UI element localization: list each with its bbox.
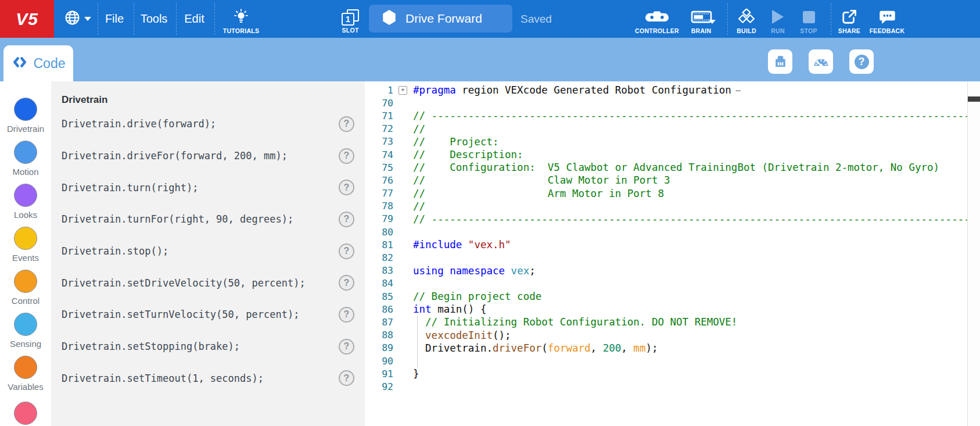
scrollbar-thumb[interactable] [968, 96, 980, 102]
help-circle-button[interactable]: ? [339, 275, 354, 291]
code-line[interactable]: 75// Configuration: V5 Clawbot or Advanc… [365, 161, 968, 174]
category-events[interactable]: Events [0, 227, 51, 263]
toolbar-divider [134, 3, 134, 35]
command-code[interactable]: Drivetrain.turn(right); [62, 182, 198, 194]
build-button[interactable]: BUILD [732, 0, 761, 40]
code-line[interactable]: 82 [365, 251, 968, 264]
slot-button[interactable]: 1 SLOT [337, 0, 364, 40]
command-row[interactable]: Drivetrain.setStopping(brake); ? [51, 331, 365, 363]
category-dot[interactable] [14, 227, 37, 250]
category-motion[interactable]: Motion [0, 141, 51, 177]
category-dot[interactable] [14, 356, 37, 379]
code-line[interactable]: 81#include "vex.h" [365, 238, 968, 251]
code-line[interactable]: 92 [365, 380, 968, 393]
code-line[interactable]: 89 Drivetrain.driveFor(forward, 200, mm)… [365, 342, 968, 355]
dashboard-button[interactable] [809, 49, 833, 74]
command-row[interactable]: Drivetrain.setTimeout(1, seconds); ? [51, 363, 365, 395]
category-variables[interactable]: Variables [0, 356, 51, 392]
command-row[interactable]: Drivetrain.setDriveVelocity(50, percent)… [51, 267, 365, 299]
brain-button[interactable]: BRAIN [683, 0, 719, 40]
category-dot[interactable] [14, 141, 37, 164]
command-code[interactable]: Drivetrain.drive(forward); [62, 118, 216, 130]
code-line[interactable]: 79// -----------------------------------… [365, 213, 968, 225]
code-line[interactable]: 73// Project: [365, 135, 968, 148]
command-code[interactable]: Drivetrain.setTimeout(1, seconds); [62, 373, 264, 384]
code-line[interactable]: 70 [365, 96, 968, 109]
menu-tools[interactable]: Tools [135, 0, 173, 38]
command-code[interactable]: Drivetrain.stop(); [62, 245, 168, 257]
category-more[interactable] [0, 402, 51, 426]
command-panel-title: Drivetrain [51, 92, 365, 108]
code-line[interactable]: 84 [365, 277, 968, 290]
code-line[interactable]: 86int main() { [365, 303, 968, 316]
code-line[interactable]: 72// [365, 123, 968, 135]
code-editor[interactable]: 1+#pragma region VEXcode Generated Robot… [365, 81, 980, 426]
folded-region-ellipsis[interactable]: ⋯ [735, 85, 741, 96]
device-info-button[interactable] [768, 49, 792, 74]
command-row[interactable]: Drivetrain.stop(); ? [51, 235, 365, 267]
code-line[interactable]: 87 // Initializing Robot Configuration. … [365, 316, 968, 328]
code-line[interactable]: 74// Description: [365, 148, 968, 161]
help-circle-button[interactable]: ? [339, 244, 354, 259]
category-control[interactable]: Control [0, 270, 51, 306]
code-text: // Project: [413, 136, 499, 148]
help-circle-button[interactable]: ? [339, 212, 354, 227]
controller-icon [645, 8, 669, 26]
category-dot[interactable] [14, 98, 37, 121]
command-row[interactable]: Drivetrain.drive(forward); ? [51, 108, 365, 140]
code-line[interactable]: 77// Arm Motor in Port 8 [365, 187, 968, 200]
category-looks[interactable]: Looks [0, 184, 51, 220]
help-circle-button[interactable]: ? [339, 307, 354, 323]
gauge-icon [813, 53, 830, 70]
category-dot[interactable] [14, 184, 37, 207]
code-text: #pragma region VEXcode Generated Robot C… [413, 84, 741, 96]
tab-code[interactable]: Code [3, 45, 73, 81]
code-line[interactable]: 90 [365, 355, 968, 367]
language-menu-button[interactable] [60, 0, 95, 38]
help-circle-button[interactable]: ? [339, 148, 354, 164]
category-dot[interactable] [14, 402, 37, 425]
menu-edit[interactable]: Edit [178, 0, 211, 38]
code-line[interactable]: 71// -----------------------------------… [365, 109, 968, 122]
command-row[interactable]: Drivetrain.turnFor(right, 90, degrees); … [51, 203, 365, 235]
command-code[interactable]: Drivetrain.setStopping(brake); [62, 341, 240, 352]
code-line[interactable]: 91} [365, 367, 968, 380]
project-name-button[interactable]: Drive Forward [369, 5, 512, 33]
feedback-button[interactable]: FEEDBACK [867, 0, 907, 40]
command-row[interactable]: Drivetrain.turn(right); ? [51, 171, 365, 203]
category-sensing[interactable]: Sensing [0, 313, 51, 349]
command-row[interactable]: Drivetrain.driveFor(forward, 200, mm); ? [51, 140, 365, 172]
category-dot[interactable] [14, 270, 37, 293]
tutorials-button[interactable]: TUTORIALS [216, 0, 266, 40]
command-code[interactable]: Drivetrain.setDriveVelocity(50, percent)… [62, 277, 306, 289]
run-button[interactable]: RUN [764, 0, 791, 40]
code-line[interactable]: 78// [365, 200, 968, 213]
code-line[interactable]: 80 [365, 225, 968, 238]
code-line[interactable]: 1+#pragma region VEXcode Generated Robot… [365, 84, 968, 96]
help-circle-button[interactable]: ? [339, 116, 354, 132]
command-code[interactable]: Drivetrain.turnFor(right, 90, degrees); [62, 213, 293, 225]
help-circle-button[interactable]: ? [339, 339, 354, 355]
command-row[interactable]: Drivetrain.setTurnVelocity(50, percent);… [51, 299, 365, 331]
code-line[interactable]: 88 vexcodeInit(); [365, 329, 968, 342]
controller-button[interactable]: CONTROLLER [633, 0, 681, 40]
share-button[interactable]: SHARE [834, 0, 864, 40]
command-code[interactable]: Drivetrain.setTurnVelocity(50, percent); [62, 309, 299, 320]
fold-expand-icon[interactable]: + [399, 86, 407, 95]
code-line[interactable]: 76// Claw Motor in Port 3 [365, 174, 968, 187]
menu-file[interactable]: File [99, 0, 130, 38]
category-drivetrain[interactable]: Drivetrain [0, 98, 51, 134]
toolbar-divider [831, 3, 831, 35]
slot-icon: 1 [342, 9, 359, 26]
stop-button[interactable]: STOP [795, 0, 823, 40]
code-line[interactable]: 85// Begin project code [365, 290, 968, 303]
category-dot[interactable] [14, 313, 37, 336]
command-panel: Drivetrain Drivetrain.drive(forward); ? … [51, 81, 365, 426]
help-circle-button[interactable]: ? [339, 370, 354, 386]
v5-logo: V5 [0, 0, 54, 38]
help-button[interactable]: ? [849, 49, 874, 74]
code-line[interactable]: 83using namespace vex; [365, 264, 968, 277]
help-circle-button[interactable]: ? [339, 180, 354, 195]
editor-scrollbar[interactable] [967, 81, 980, 426]
command-code[interactable]: Drivetrain.driveFor(forward, 200, mm); [62, 150, 288, 162]
